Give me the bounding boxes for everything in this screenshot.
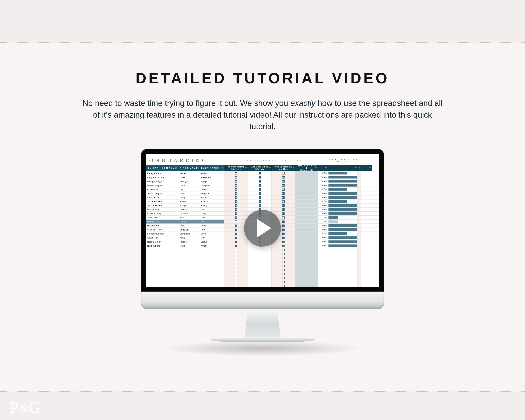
checkbox-icon[interactable] bbox=[235, 184, 237, 187]
checkbox-icon[interactable] bbox=[282, 224, 285, 227]
first-name-cell[interactable]: Cassidy bbox=[178, 212, 199, 215]
client-cell[interactable]: Avery Haley bbox=[146, 196, 178, 199]
client-cell[interactable]: Philip Reed bbox=[146, 224, 178, 227]
column-header[interactable] bbox=[328, 165, 357, 171]
client-cell[interactable] bbox=[146, 284, 178, 287]
first-name-cell[interactable] bbox=[178, 276, 199, 280]
checkbox-icon[interactable] bbox=[259, 205, 261, 207]
first-name-cell[interactable]: Samantha bbox=[178, 232, 199, 235]
checkbox-icon[interactable] bbox=[235, 285, 237, 287]
checkbox-icon[interactable] bbox=[235, 172, 237, 175]
checkbox-icon[interactable] bbox=[282, 180, 285, 183]
checkbox-icon[interactable] bbox=[259, 277, 261, 279]
client-cell[interactable]: Jack Metis bbox=[146, 216, 178, 219]
checkbox-icon[interactable] bbox=[235, 213, 237, 215]
checkbox-icon[interactable] bbox=[282, 265, 285, 267]
last-name-cell[interactable]: Rory bbox=[199, 228, 220, 232]
client-cell[interactable]: Natalie Urban bbox=[146, 240, 178, 243]
checkbox-icon[interactable] bbox=[259, 285, 261, 287]
checkbox-icon[interactable] bbox=[282, 253, 285, 255]
client-cell[interactable]: Kacey Abram bbox=[146, 171, 178, 175]
checkbox-icon[interactable] bbox=[282, 273, 285, 275]
checkbox-icon[interactable] bbox=[235, 261, 237, 263]
last-name-cell[interactable]: Gregory bbox=[199, 191, 220, 195]
last-name-cell[interactable] bbox=[199, 256, 220, 260]
checkbox-icon[interactable] bbox=[259, 265, 261, 267]
column-header[interactable] bbox=[357, 165, 361, 171]
first-name-cell[interactable]: Avery bbox=[178, 196, 199, 199]
checkbox-icon[interactable] bbox=[259, 269, 261, 271]
first-name-cell[interactable]: Lily bbox=[178, 187, 199, 191]
client-cell[interactable] bbox=[146, 268, 178, 272]
checkbox-icon[interactable] bbox=[235, 245, 237, 247]
checkbox-icon[interactable] bbox=[235, 205, 237, 207]
checkbox-icon[interactable] bbox=[235, 176, 237, 178]
checkbox-icon[interactable] bbox=[235, 192, 237, 195]
last-name-cell[interactable]: Briggs bbox=[199, 179, 220, 183]
first-name-cell[interactable]: Christian bbox=[178, 228, 199, 232]
checkbox-icon[interactable] bbox=[282, 192, 285, 195]
checkbox-icon[interactable] bbox=[282, 216, 285, 219]
checkbox-icon[interactable] bbox=[235, 269, 237, 271]
checkbox-icon[interactable] bbox=[282, 200, 285, 203]
column-header[interactable]: Right Click > Insert 1 Column Left bbox=[295, 165, 318, 171]
checkbox-icon[interactable] bbox=[259, 172, 261, 175]
checkbox-icon[interactable] bbox=[282, 176, 285, 178]
checkbox-icon[interactable] bbox=[235, 241, 237, 243]
last-name-cell[interactable]: Haley bbox=[199, 196, 220, 199]
checkbox-icon[interactable] bbox=[282, 205, 285, 207]
checkbox-icon[interactable] bbox=[259, 192, 261, 195]
column-header[interactable]: C L I E N T / C O M P A N Y bbox=[146, 165, 178, 171]
client-cell[interactable]: Alexa Tran bbox=[146, 236, 178, 240]
last-name-cell[interactable] bbox=[199, 260, 220, 264]
client-cell[interactable]: Marie Campbell bbox=[146, 183, 178, 187]
checkbox-icon[interactable] bbox=[282, 249, 285, 251]
first-name-cell[interactable]: Marie bbox=[178, 183, 199, 187]
first-name-cell[interactable]: Georgia bbox=[178, 179, 199, 183]
first-name-cell[interactable]: Kacey bbox=[178, 171, 199, 175]
checkbox-icon[interactable] bbox=[282, 221, 285, 223]
first-name-cell[interactable]: Rynn bbox=[178, 244, 199, 248]
last-name-cell[interactable] bbox=[199, 272, 220, 276]
last-name-cell[interactable] bbox=[199, 280, 220, 284]
column-header[interactable]: Add Onboarding Info Here bbox=[272, 165, 295, 171]
checkbox-icon[interactable] bbox=[282, 172, 285, 175]
first-name-cell[interactable]: Marley bbox=[178, 220, 199, 224]
checkbox-icon[interactable] bbox=[235, 200, 237, 203]
client-cell[interactable]: Tessa Gregory bbox=[146, 191, 178, 195]
column-header[interactable]: L A S T N A M E bbox=[199, 165, 220, 171]
checkbox-icon[interactable] bbox=[282, 281, 285, 283]
checkbox-icon[interactable] bbox=[235, 237, 237, 239]
client-cell[interactable]: Salley Hansen bbox=[146, 199, 178, 203]
last-name-cell[interactable]: Hansen bbox=[199, 199, 220, 203]
column-header[interactable] bbox=[220, 165, 224, 171]
client-cell[interactable]: Derrick King bbox=[146, 207, 178, 211]
last-name-cell[interactable]: Otis bbox=[199, 220, 220, 224]
checkbox-icon[interactable] bbox=[282, 196, 285, 199]
last-name-cell[interactable]: Urban bbox=[199, 240, 220, 243]
checkbox-icon[interactable] bbox=[235, 224, 237, 227]
checkbox-icon[interactable] bbox=[259, 257, 261, 259]
column-header[interactable]: F I R S T N A M E bbox=[178, 165, 199, 171]
last-name-cell[interactable]: Wright bbox=[199, 244, 220, 248]
checkbox-icon[interactable] bbox=[282, 257, 285, 259]
client-cell[interactable] bbox=[146, 248, 178, 252]
last-name-cell[interactable]: Reed bbox=[199, 224, 220, 227]
last-name-cell[interactable]: Harley bbox=[199, 204, 220, 207]
client-cell[interactable]: Cassidy Long bbox=[146, 212, 178, 215]
column-header[interactable] bbox=[361, 165, 372, 171]
checkbox-icon[interactable] bbox=[235, 208, 237, 211]
last-name-cell[interactable]: Abram bbox=[199, 171, 220, 175]
play-button[interactable] bbox=[244, 210, 281, 247]
checkbox-icon[interactable] bbox=[235, 265, 237, 267]
first-name-cell[interactable]: Derrick bbox=[178, 207, 199, 211]
last-name-cell[interactable] bbox=[199, 268, 220, 272]
first-name-cell[interactable] bbox=[178, 264, 199, 268]
last-name-cell[interactable]: Denali bbox=[199, 187, 220, 191]
checkbox-icon[interactable] bbox=[259, 249, 261, 251]
last-name-cell[interactable] bbox=[199, 264, 220, 268]
first-name-cell[interactable] bbox=[178, 256, 199, 260]
last-name-cell[interactable] bbox=[199, 276, 220, 280]
checkbox-icon[interactable] bbox=[259, 273, 261, 275]
first-name-cell[interactable] bbox=[178, 260, 199, 264]
